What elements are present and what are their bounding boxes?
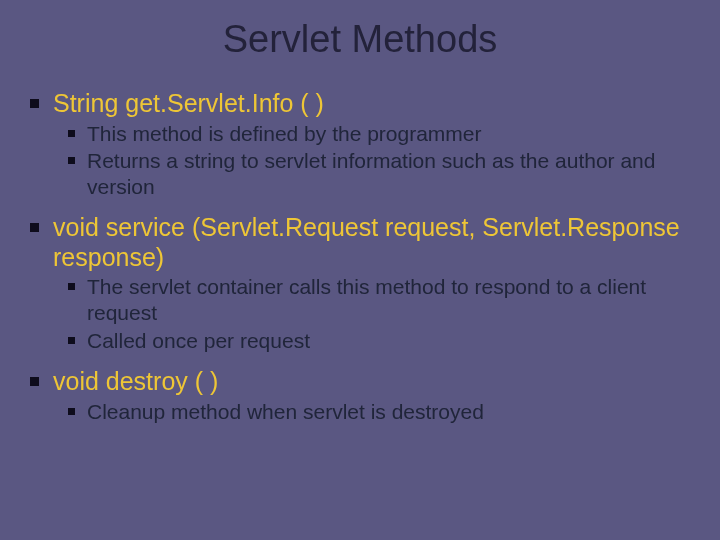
sub-list-item: Returns a string to servlet information … <box>68 148 690 199</box>
sub-list-item-label: Returns a string to servlet information … <box>87 148 690 199</box>
square-bullet-icon <box>30 99 39 108</box>
square-bullet-icon <box>68 283 75 290</box>
slide-title: Servlet Methods <box>30 18 690 61</box>
square-bullet-icon <box>30 377 39 386</box>
square-bullet-icon <box>30 223 39 232</box>
square-bullet-icon <box>68 408 75 415</box>
sub-list-item-label: The servlet container calls this method … <box>87 274 690 325</box>
list-item-label: void destroy ( ) <box>53 367 218 397</box>
sub-list-item-label: Called once per request <box>87 328 310 354</box>
sub-list-item: The servlet container calls this method … <box>68 274 690 325</box>
list-item: void destroy ( ) <box>30 367 690 397</box>
sub-list-item: Called once per request <box>68 328 690 354</box>
sub-list-item: Cleanup method when servlet is destroyed <box>68 399 690 425</box>
sub-list-item-label: This method is defined by the programmer <box>87 121 482 147</box>
list-item-label: String get.Servlet.Info ( ) <box>53 89 324 119</box>
square-bullet-icon <box>68 157 75 164</box>
list-item-label: void service (Servlet.Request request, S… <box>53 213 690 272</box>
list-item: void service (Servlet.Request request, S… <box>30 213 690 272</box>
bullet-list: String get.Servlet.Info ( ) This method … <box>30 89 690 424</box>
sub-list: The servlet container calls this method … <box>68 274 690 353</box>
square-bullet-icon <box>68 337 75 344</box>
list-item: String get.Servlet.Info ( ) <box>30 89 690 119</box>
sub-list: Cleanup method when servlet is destroyed <box>68 399 690 425</box>
sub-list-item-label: Cleanup method when servlet is destroyed <box>87 399 484 425</box>
square-bullet-icon <box>68 130 75 137</box>
sub-list-item: This method is defined by the programmer <box>68 121 690 147</box>
sub-list: This method is defined by the programmer… <box>68 121 690 200</box>
